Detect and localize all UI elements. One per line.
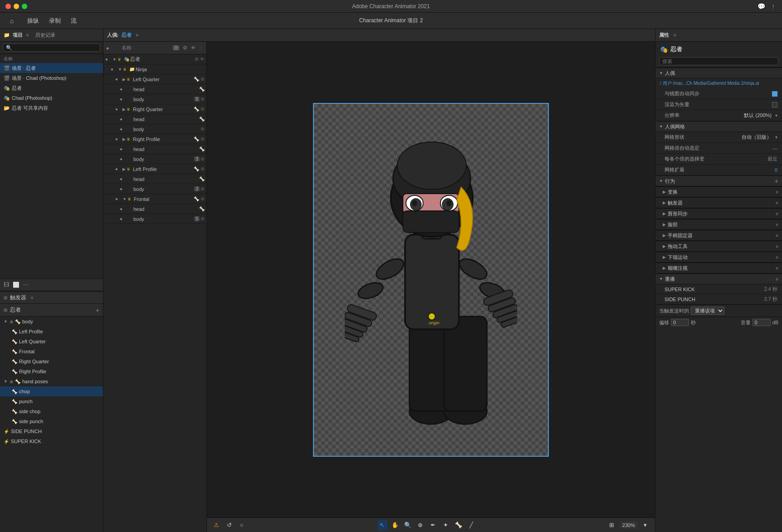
breath-row[interactable]: ▶ 顺嘴注视 ≡ xyxy=(655,263,782,273)
project-item-scene-chad[interactable]: 🎬 场景 · Chad (Photoshop) xyxy=(0,73,103,83)
zoom-level[interactable]: 230% xyxy=(620,522,638,529)
bone-frontal[interactable]: 🦴 xyxy=(194,196,199,201)
expand-lq[interactable]: ▶ xyxy=(122,77,126,82)
replay-button[interactable]: ↺ xyxy=(224,520,234,530)
trigger-time-select[interactable]: 重播该项 xyxy=(691,307,724,315)
settings-lp-body[interactable]: ⚙ xyxy=(200,186,205,191)
list-item-right-profile[interactable]: 🦴 Right Profile xyxy=(0,366,103,376)
eye-icon-ninja[interactable]: ● xyxy=(105,57,112,62)
eye-rp-head[interactable]: ● xyxy=(120,146,126,151)
eye-lq-head[interactable]: ● xyxy=(120,87,126,92)
expand-frontal[interactable]: ▼ xyxy=(122,197,127,201)
project-item-chad-ps[interactable]: 🎭 Chad (Photoshop) xyxy=(0,93,103,103)
replay-item-super-kick[interactable]: SUPER KICK 2.4 秒 xyxy=(655,284,782,294)
menu-operate[interactable]: 操纵 xyxy=(23,15,44,27)
jaw-row[interactable]: ▶ 下颌运动 ≡ xyxy=(655,252,782,263)
prop-search-input[interactable] xyxy=(659,57,778,65)
list-item-frontal[interactable]: 🦴 Frontal xyxy=(0,347,103,356)
arm-lock-row[interactable]: ▶ 手柄固定器 ≡ xyxy=(655,230,782,241)
canvas-viewport[interactable]: origin xyxy=(207,42,655,517)
drag-tool-row[interactable]: ▶ 拖动工具 ≡ xyxy=(655,241,782,252)
eye-rq-body[interactable]: ● xyxy=(120,127,126,132)
list-item-side-punch[interactable]: 🦴 side punch xyxy=(0,416,103,426)
film-icon[interactable]: 🎞 xyxy=(4,282,9,288)
list-item-left-quarter[interactable]: 🦴 Left Quarter xyxy=(0,337,103,347)
project-item-shared[interactable]: 📂 忍者 可共享内容 xyxy=(0,103,103,113)
eye-rp[interactable]: ● xyxy=(115,137,122,142)
minimize-button[interactable] xyxy=(14,4,19,9)
sync-checkbox[interactable] xyxy=(772,91,777,97)
eye-rp-body[interactable]: ● xyxy=(120,156,126,161)
jaw-menu[interactable]: ≡ xyxy=(776,255,778,260)
history-label[interactable]: 历史记录 xyxy=(35,32,55,39)
list-item-punch[interactable]: 🦴 punch xyxy=(0,396,103,406)
lip-sync-menu[interactable]: ≡ xyxy=(776,211,778,216)
layer-row-right-quarter[interactable]: ● ▶ ♛ Right Quarter 🦴 ⚙ xyxy=(103,104,206,114)
layer-row-left-quarter[interactable]: ● ▶ ♛ Left Quarter 🦴 ⚙ xyxy=(103,74,206,84)
eye-lp[interactable]: ● xyxy=(115,166,122,171)
settings-lq[interactable]: ⚙ xyxy=(200,77,205,82)
list-item-super-kick[interactable]: ⚡ SUPER KICK xyxy=(0,436,103,446)
transform-menu[interactable]: ≡ xyxy=(776,190,778,195)
expand-ninja-g[interactable]: ▼ xyxy=(118,67,122,72)
layer-row-rp-body[interactable]: ● body 3 ⚙ xyxy=(103,154,206,164)
trigger-row[interactable]: ▶ 触发器 ≡ xyxy=(655,197,782,208)
add-trigger-button[interactable]: + xyxy=(96,307,99,314)
settings-icon[interactable]: ⚙ xyxy=(183,45,187,51)
list-item-right-quarter[interactable]: 🦴 Right Quarter xyxy=(0,356,103,366)
layer-row-left-profile[interactable]: ● ▶ ♛ Left Profile 🦴 ⚙ xyxy=(103,164,206,174)
layer-row-lp-body[interactable]: ● body 3 ⚙ xyxy=(103,184,206,194)
settings-lq-body[interactable]: ⚙ xyxy=(200,97,205,102)
bone-rp[interactable]: 🦴 xyxy=(194,137,199,142)
eye-all-icon[interactable]: 👁 xyxy=(191,45,196,50)
expand-ninja[interactable]: ▼ xyxy=(112,57,117,62)
breath-menu[interactable]: ≡ xyxy=(776,266,778,271)
mesh-tool[interactable]: ╱ xyxy=(466,520,476,530)
warning-button[interactable]: ⚠ xyxy=(211,520,221,530)
pen-tool[interactable]: ✒ xyxy=(428,520,438,530)
layer-row-lp-head[interactable]: ● head 🦴 xyxy=(103,174,206,184)
offset-input[interactable] xyxy=(671,319,689,326)
settings-rq-body[interactable]: ⚙ xyxy=(200,127,205,132)
eye-lp-body[interactable]: ● xyxy=(120,186,126,191)
project-item-scene-ninja[interactable]: 🎬 场景 · 忍者 xyxy=(0,63,103,73)
chat-icon[interactable]: 💬 xyxy=(758,3,765,10)
settings-frontal-body[interactable]: ⚙ xyxy=(200,216,205,221)
eye-lp-head[interactable]: ● xyxy=(120,176,126,181)
eye-rq-head[interactable]: ● xyxy=(120,117,126,122)
layer-row-right-profile[interactable]: ● ▶ ♛ Right Profile 🦴 ⚙ xyxy=(103,134,206,144)
eye-frontal[interactable]: ● xyxy=(115,196,122,201)
lip-sync-row[interactable]: ▶ 唇形同步 ≡ xyxy=(655,208,782,219)
eye-frontal-body[interactable]: ● xyxy=(120,216,126,221)
share-icon[interactable]: ↑ xyxy=(772,3,775,10)
layer-row-lq-head[interactable]: ● head 🦴 xyxy=(103,84,206,94)
behavior-add-btn[interactable]: + xyxy=(775,177,778,185)
project-item-ninja[interactable]: 🎭 忍者 xyxy=(0,83,103,93)
layer-row-lq-body[interactable]: ● body 5 ⚙ xyxy=(103,94,206,104)
layer-row-frontal[interactable]: ● ▼ ♛ Frontal 🦴 ⚙ xyxy=(103,194,206,204)
layer-eye-ninja[interactable]: 👁 xyxy=(200,57,205,62)
maximize-button[interactable] xyxy=(22,4,27,9)
list-item-body[interactable]: ▼ ⊕ 🦴 body xyxy=(0,317,103,327)
eye-rq[interactable]: ● xyxy=(115,107,122,112)
vector-checkbox[interactable] xyxy=(772,102,777,107)
home-button[interactable]: ⌂ xyxy=(5,15,18,27)
char-menu-icon[interactable]: ≡ xyxy=(136,33,139,38)
replay-item-side-punch[interactable]: SIDE PUNCH 2.7 秒 xyxy=(655,294,782,304)
list-item-left-profile[interactable]: 🦴 Left Profile xyxy=(0,327,103,337)
settings-rq[interactable]: ⚙ xyxy=(200,107,205,112)
menu-stream[interactable]: 流 xyxy=(66,15,81,27)
physics-tool[interactable]: ✦ xyxy=(441,520,451,530)
face-row[interactable]: ▶ 脸部 ≡ xyxy=(655,219,782,230)
eye-lq[interactable]: ● xyxy=(115,77,122,82)
replay-menu[interactable]: ≡ xyxy=(776,277,778,282)
layer-settings-ninja[interactable]: ⚙ xyxy=(195,57,199,62)
bone-tool[interactable]: 🦴 xyxy=(454,520,464,530)
eye-lq-body[interactable]: ● xyxy=(120,97,126,102)
replay-section[interactable]: ▼ 重播 ≡ xyxy=(655,273,782,284)
expand-lp[interactable]: ▶ xyxy=(122,167,126,171)
bone-lp[interactable]: 🦴 xyxy=(194,166,199,171)
dots-icon[interactable]: ⋯ xyxy=(23,282,29,288)
volume-input[interactable] xyxy=(753,319,771,326)
layer-row-ninja[interactable]: ● ▼ ♛ 🎭 忍者 ⚙ 👁 xyxy=(103,54,206,64)
